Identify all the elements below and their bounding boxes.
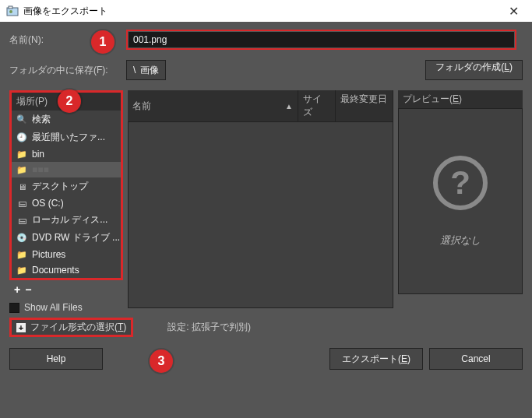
folder-icon: 📁 bbox=[16, 249, 27, 260]
folder-icon: 📁 bbox=[16, 164, 27, 175]
places-item-label: DVD RW ドライブ ... bbox=[32, 231, 120, 244]
places-item[interactable]: 🕘最近開いたファ... bbox=[12, 128, 121, 146]
filetype-expander[interactable]: + ファイル形式の選択(T) bbox=[9, 318, 133, 337]
show-all-checkbox[interactable] bbox=[9, 303, 19, 313]
create-folder-button[interactable]: フォルダの作成(L) bbox=[425, 60, 523, 80]
name-input-highlight bbox=[126, 30, 516, 50]
cancel-button[interactable]: Cancel bbox=[429, 348, 523, 370]
svg-rect-2 bbox=[9, 6, 12, 9]
window-title: 画像をエクスポート bbox=[23, 5, 496, 18]
places-item[interactable]: 💿DVD RW ドライブ ... bbox=[12, 229, 121, 247]
bottom-button-bar: Help エクスポート(E) Cancel bbox=[0, 337, 532, 379]
callout-1: 1 bbox=[91, 30, 115, 54]
drive-icon: 🖴 bbox=[16, 215, 27, 226]
places-header-label: 場所(P) bbox=[16, 96, 48, 107]
places-list: 🔍検索🕘最近開いたファ...📁bin📁■■■🖥デスクトップ🖴OS (C:)🖴ロー… bbox=[12, 111, 121, 278]
file-list-panel: 名前 ▲ サイズ 最終変更日 bbox=[128, 90, 393, 294]
preview-panel: プレビュー(E) ? 選択なし bbox=[398, 90, 523, 294]
col-mod-label: 最終変更日 bbox=[340, 93, 387, 104]
search-icon: 🔍 bbox=[16, 114, 27, 125]
name-row: 名前(N): bbox=[9, 30, 523, 50]
col-modified[interactable]: 最終変更日 bbox=[336, 90, 393, 121]
file-list-body[interactable] bbox=[128, 121, 393, 308]
show-all-label: Show All Files bbox=[24, 302, 83, 313]
path-folder-name: 画像 bbox=[140, 64, 159, 77]
folder-row: フォルダの中に保存(F): \ 画像 フォルダの作成(L) bbox=[9, 59, 523, 81]
titlebar: 画像をエクスポート ✕ bbox=[0, 0, 532, 22]
cancel-label: Cancel bbox=[461, 353, 490, 364]
places-item[interactable]: 📁bin bbox=[12, 146, 121, 162]
folder-label: フォルダの中に保存(F): bbox=[9, 64, 126, 77]
places-item[interactable]: 📁Documents bbox=[12, 262, 121, 278]
places-item-label: ローカル ディス... bbox=[32, 213, 107, 227]
places-item-label: 検索 bbox=[32, 113, 51, 126]
expander-plus-icon: + bbox=[16, 323, 26, 332]
places-add-remove: + − bbox=[9, 280, 123, 297]
preview-body: ? 選択なし bbox=[398, 108, 523, 294]
places-add-button[interactable]: + bbox=[14, 283, 20, 296]
folder-path-button[interactable]: \ 画像 bbox=[126, 60, 166, 80]
path-sep: \ bbox=[133, 65, 136, 76]
filename-input[interactable] bbox=[129, 32, 514, 47]
callout-3: 3 bbox=[150, 350, 173, 373]
filetype-label: ファイル形式の選択(T) bbox=[30, 321, 126, 334]
drive-icon: 🖴 bbox=[16, 198, 27, 209]
col-name[interactable]: 名前 ▲ bbox=[128, 90, 298, 121]
create-folder-label: フォルダの作成(L) bbox=[435, 61, 513, 72]
export-label: エクスポート(E) bbox=[342, 353, 410, 366]
disc-icon: 💿 bbox=[16, 233, 27, 244]
places-item-label: bin bbox=[32, 149, 44, 160]
preview-empty-label: 選択なし bbox=[440, 234, 481, 248]
panels: 場所(P) 🔍検索🕘最近開いたファ...📁bin📁■■■🖥デスクトップ🖴OS (… bbox=[9, 90, 523, 294]
question-icon: ? bbox=[433, 156, 488, 210]
places-item-label: OS (C:) bbox=[32, 198, 64, 209]
places-item-label: Documents bbox=[32, 265, 79, 276]
places-item[interactable]: 🖴ローカル ディス... bbox=[12, 211, 121, 229]
filetype-row: + ファイル形式の選択(T) 設定: 拡張子で判別) bbox=[9, 318, 523, 337]
places-item-label: デスクトップ bbox=[32, 180, 88, 193]
help-button[interactable]: Help bbox=[9, 348, 103, 370]
close-button[interactable]: ✕ bbox=[496, 0, 530, 22]
places-item[interactable]: 📁Pictures bbox=[12, 247, 121, 262]
places-item[interactable]: 🖥デスクトップ bbox=[12, 177, 121, 195]
desktop-icon: 🖥 bbox=[16, 181, 27, 192]
places-panel: 場所(P) 🔍検索🕘最近開いたファ...📁bin📁■■■🖥デスクトップ🖴OS (… bbox=[9, 90, 123, 280]
places-remove-button[interactable]: − bbox=[25, 283, 31, 296]
app-icon bbox=[6, 5, 19, 17]
preview-header: プレビュー(E) bbox=[398, 90, 523, 108]
callout-2: 2 bbox=[58, 90, 81, 113]
filetype-current: 設定: 拡張子で判別) bbox=[167, 321, 251, 334]
places-item-label: 最近開いたファ... bbox=[32, 131, 105, 144]
col-size-label: サイズ bbox=[303, 93, 322, 118]
svg-point-1 bbox=[9, 10, 12, 13]
places-item-label: ■■■ bbox=[32, 164, 49, 175]
folder-icon: 📁 bbox=[16, 149, 27, 160]
export-button[interactable]: エクスポート(E) bbox=[329, 348, 423, 370]
file-list-header: 名前 ▲ サイズ 最終変更日 bbox=[128, 90, 393, 121]
help-label: Help bbox=[47, 353, 66, 364]
preview-header-label: プレビュー(E) bbox=[403, 93, 462, 104]
sort-caret-icon: ▲ bbox=[285, 102, 293, 111]
col-name-label: 名前 bbox=[132, 100, 151, 113]
places-item[interactable]: 📁■■■ bbox=[12, 162, 121, 177]
recent-icon: 🕘 bbox=[16, 132, 27, 143]
places-item[interactable]: 🔍検索 bbox=[12, 111, 121, 128]
folder-icon: 📁 bbox=[16, 265, 27, 276]
col-size[interactable]: サイズ bbox=[298, 90, 336, 121]
places-item[interactable]: 🖴OS (C:) bbox=[12, 195, 121, 211]
places-item-label: Pictures bbox=[32, 249, 65, 260]
